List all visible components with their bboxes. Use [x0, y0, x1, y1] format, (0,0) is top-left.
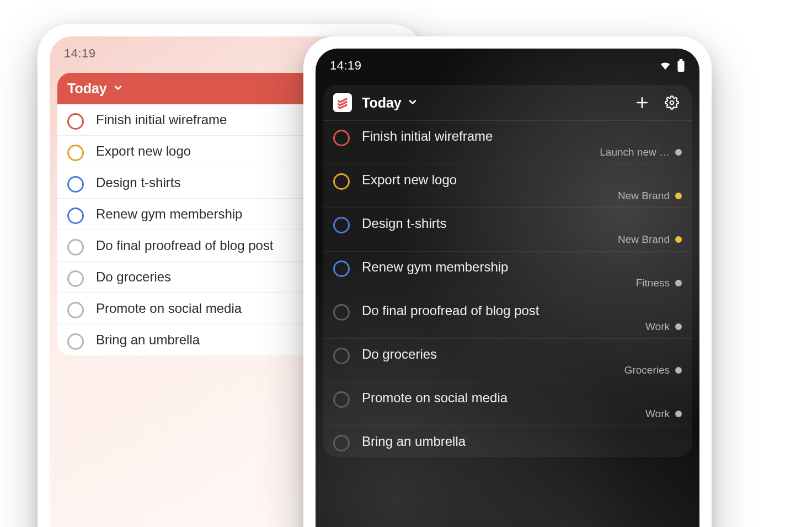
project-label: Fitness: [636, 277, 670, 289]
project-label: Groceries: [624, 364, 670, 376]
task-body: Design t-shirtsNew Brand: [362, 216, 682, 246]
project-color-dot: [675, 323, 682, 330]
task-checkbox[interactable]: [333, 304, 350, 321]
project-label: Launch new …: [600, 146, 670, 158]
project-color-dot: [675, 280, 682, 286]
settings-button[interactable]: [662, 93, 682, 113]
task-project: Groceries: [362, 364, 682, 376]
project-label: New Brand: [618, 233, 670, 246]
task-title: Finish initial wireframe: [362, 129, 682, 144]
task-row[interactable]: Finish initial wireframeLaunch new …: [323, 120, 692, 164]
phone-dark: 14:19 Today: [303, 36, 712, 527]
task-body: Bring an umbrella: [362, 434, 682, 449]
task-row[interactable]: Design t-shirtsNew Brand: [323, 207, 692, 251]
task-checkbox[interactable]: [333, 435, 350, 451]
project-color-dot: [675, 367, 682, 374]
screen-dark: 14:19 Today: [316, 49, 699, 527]
task-title: Bring an umbrella: [362, 434, 682, 449]
add-task-button[interactable]: [632, 93, 652, 113]
chevron-down-icon: [113, 81, 124, 97]
task-checkbox[interactable]: [67, 239, 84, 255]
svg-rect-0: [678, 61, 685, 72]
svg-rect-1: [680, 59, 683, 61]
status-icons: [659, 59, 685, 72]
task-title: Promote on social media: [362, 390, 682, 406]
project-color-dot: [675, 236, 682, 243]
task-checkbox[interactable]: [333, 391, 350, 408]
task-body: Renew gym membershipFitness: [362, 259, 682, 289]
task-checkbox[interactable]: [333, 217, 350, 233]
status-time: 14:19: [330, 58, 362, 73]
task-project: New Brand: [362, 233, 682, 246]
task-row[interactable]: Export new logoNew Brand: [323, 164, 692, 207]
app-logo-icon[interactable]: [333, 93, 352, 112]
task-checkbox[interactable]: [67, 207, 84, 224]
task-row[interactable]: Do groceriesGroceries: [323, 338, 692, 382]
project-color-dot: [675, 193, 682, 199]
task-checkbox[interactable]: [67, 113, 84, 130]
svg-point-4: [670, 101, 674, 105]
todo-widget-dark: Today Finish initial wireframeLaunch new…: [323, 85, 692, 457]
task-title: Do groceries: [362, 347, 682, 362]
task-checkbox[interactable]: [333, 130, 350, 146]
view-selector[interactable]: Today: [362, 95, 418, 111]
task-project: New Brand: [362, 190, 682, 202]
task-project: Fitness: [362, 277, 682, 289]
task-project: Work: [362, 321, 682, 333]
status-time: 14:19: [64, 46, 96, 61]
task-checkbox[interactable]: [67, 145, 84, 161]
task-title: Export new logo: [362, 172, 682, 188]
project-label: Work: [645, 408, 670, 420]
task-checkbox[interactable]: [67, 302, 84, 318]
task-checkbox[interactable]: [333, 173, 350, 190]
task-row[interactable]: Promote on social mediaWork: [323, 382, 692, 425]
task-checkbox[interactable]: [333, 260, 350, 277]
task-project: Launch new …: [362, 146, 682, 158]
task-checkbox[interactable]: [67, 333, 84, 350]
wifi-icon: [659, 60, 671, 72]
task-title: Design t-shirts: [362, 216, 682, 231]
task-checkbox[interactable]: [67, 176, 84, 193]
view-title: Today: [362, 95, 402, 111]
project-color-dot: [675, 411, 682, 417]
task-body: Do groceriesGroceries: [362, 347, 682, 376]
project-color-dot: [675, 149, 682, 156]
task-checkbox[interactable]: [333, 348, 350, 364]
task-row[interactable]: Bring an umbrella: [323, 425, 692, 457]
task-title: Renew gym membership: [362, 259, 682, 275]
status-bar: 14:19: [316, 49, 699, 81]
task-list: Finish initial wireframeLaunch new …Expo…: [323, 120, 692, 457]
view-title: Today: [67, 81, 107, 97]
battery-icon: [677, 59, 685, 72]
task-row[interactable]: Renew gym membershipFitness: [323, 251, 692, 295]
task-checkbox[interactable]: [67, 270, 84, 287]
task-body: Do final proofread of blog postWork: [362, 303, 682, 333]
task-project: Work: [362, 408, 682, 420]
chevron-down-icon: [407, 95, 418, 111]
task-body: Promote on social mediaWork: [362, 390, 682, 420]
task-title: Do final proofread of blog post: [362, 303, 682, 318]
task-row[interactable]: Do final proofread of blog postWork: [323, 295, 692, 338]
widget-header: Today: [323, 85, 692, 120]
task-body: Export new logoNew Brand: [362, 172, 682, 202]
project-label: Work: [645, 321, 670, 333]
task-body: Finish initial wireframeLaunch new …: [362, 129, 682, 158]
project-label: New Brand: [618, 190, 670, 202]
